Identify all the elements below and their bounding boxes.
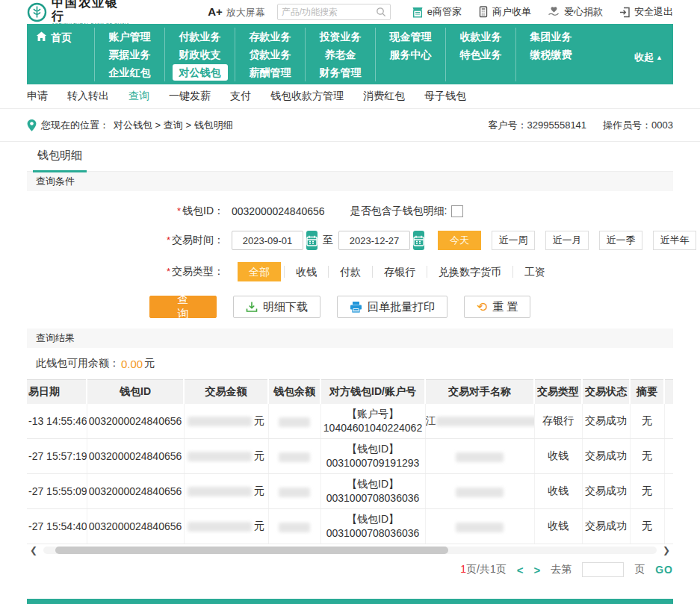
quick-range-chip[interactable]: 今天 <box>438 231 481 250</box>
column-header: 交易金额 <box>184 380 268 404</box>
quick-link-pos[interactable]: 商户收单 <box>478 5 531 19</box>
cell-date: -27 15:55:09 <box>27 474 87 509</box>
date-from-input[interactable] <box>232 231 303 250</box>
quick-range-chip[interactable]: 近一周 <box>492 231 535 250</box>
subnav-item[interactable]: 一键发薪 <box>169 90 211 103</box>
redacted-balance <box>279 452 310 462</box>
quick-range-chip[interactable]: 近半年 <box>653 231 696 250</box>
scrollbar-thumb[interactable] <box>55 547 447 554</box>
transaction-type-option[interactable]: 工资 <box>512 266 557 278</box>
nav-item[interactable]: 企业红包 <box>108 63 152 81</box>
table-row[interactable]: -27 15:54:400032000024840656元【钱包ID】00310… <box>27 509 673 544</box>
cell-status: 交易成功 <box>582 404 630 439</box>
quick-range-chip[interactable]: 近一季 <box>599 231 642 250</box>
cell-summary: 无 <box>630 474 664 509</box>
transaction-type-option[interactable]: 收钱 <box>284 266 328 278</box>
cell-amount: 元 <box>184 404 268 439</box>
subnav-item[interactable]: 申请 <box>27 90 48 103</box>
transaction-type-option[interactable]: 付款 <box>328 266 372 278</box>
batch-print-receipt-button[interactable]: 回单批量打印 <box>337 296 447 318</box>
transaction-type-option[interactable]: 全部 <box>238 262 281 281</box>
heart-hand-icon <box>548 6 560 18</box>
date-from-calendar-icon[interactable] <box>306 231 318 250</box>
subnav-item[interactable]: 支付 <box>230 90 251 103</box>
zoom-screen-control[interactable]: A+ 放大屏幕 <box>208 5 265 19</box>
operator-no: 操作员号：0003 <box>603 119 673 132</box>
quick-link-logout[interactable]: 安全退出 <box>619 5 673 19</box>
search-icon[interactable] <box>376 7 386 17</box>
tab-wallet-detail[interactable]: 钱包明细 <box>33 149 87 172</box>
search-input[interactable] <box>282 7 376 17</box>
goto-page-input[interactable] <box>582 562 624 577</box>
cell-summary: 无 <box>630 404 664 439</box>
query-button[interactable]: 查 询 <box>149 296 217 318</box>
nav-item[interactable]: 存款业务 <box>248 28 293 46</box>
quick-range-chip[interactable]: 近一月 <box>545 231 589 250</box>
nav-item[interactable]: 付款业务 <box>178 28 223 46</box>
cell-status: 交易成功 <box>582 439 630 474</box>
nav-item[interactable]: 财政收支 <box>178 46 223 63</box>
transaction-type-option[interactable]: 存银行 <box>372 266 427 278</box>
scroll-right-icon[interactable]: ❯ <box>660 545 673 555</box>
nav-item[interactable]: 养老金 <box>323 46 358 63</box>
table-row[interactable]: -13 14:55:460032000024840656元【账户号】104046… <box>27 404 673 439</box>
nav-item[interactable]: 集团业务 <box>529 28 574 46</box>
nav-item[interactable]: 票据业务 <box>108 46 152 63</box>
goto-page-label: 去第 <box>551 563 572 576</box>
nav-item[interactable]: 账户管理 <box>108 28 152 46</box>
collapse-menu-button[interactable]: 收起 ▲ <box>634 51 663 64</box>
reset-button[interactable]: ⟲ 重 置 <box>464 296 530 318</box>
transaction-type-option[interactable]: 兑换数字货币 <box>427 266 512 278</box>
redacted-balance <box>279 488 310 497</box>
include-subwallet-checkbox[interactable] <box>451 205 463 217</box>
next-page-icon[interactable]: > <box>533 564 540 576</box>
zoom-screen-label: 放大屏幕 <box>226 6 265 19</box>
nav-item[interactable]: 服务中心 <box>388 46 433 63</box>
mainnav-column: 投资业务养老金财务管理 <box>305 28 375 81</box>
column-header: 交易状态 <box>582 380 630 404</box>
prev-page-icon[interactable]: < <box>517 564 524 576</box>
cell-filler <box>664 509 673 544</box>
nav-item[interactable]: 薪酬管理 <box>248 63 293 81</box>
scroll-left-icon[interactable]: ❮ <box>27 545 40 555</box>
nav-item-home[interactable]: 首页 <box>36 28 94 81</box>
nav-item[interactable]: 财务管理 <box>318 63 363 81</box>
scrollbar-track[interactable] <box>43 547 657 554</box>
subnav-item[interactable]: 转入转出 <box>67 90 109 103</box>
product-search-box[interactable] <box>277 4 391 20</box>
cell-status: 交易成功 <box>582 474 630 509</box>
counterparty-tag: 【钱包ID】 <box>321 512 425 526</box>
date-to-input[interactable] <box>338 231 410 250</box>
subnav-item[interactable]: 消费红包 <box>363 90 405 103</box>
column-header: 钱包余额 <box>268 380 320 404</box>
nav-item[interactable]: 现金管理 <box>388 28 433 46</box>
nav-item[interactable]: 缴税缴费 <box>529 46 574 63</box>
cell-filler <box>664 474 673 509</box>
transaction-type-row: *交易类型： 全部收钱付款存银行兑换数字货币工资 <box>27 257 673 287</box>
quick-link-storefront[interactable]: e商管家 <box>412 5 462 19</box>
nav-item[interactable]: 投资业务 <box>318 28 363 46</box>
quick-link-heart-hand[interactable]: 爱心捐款 <box>548 5 603 19</box>
redacted-name <box>456 452 504 462</box>
main-nav: 首页 账户管理票据业务企业红包付款业务财政收支对公钱包存款业务贷款业务薪酬管理投… <box>27 24 673 84</box>
nav-item[interactable]: 贷款业务 <box>248 46 293 63</box>
mainnav-column: 存款业务贷款业务薪酬管理 <box>235 28 305 81</box>
subnav-item[interactable]: 母子钱包 <box>424 90 466 103</box>
redacted-balance <box>279 417 310 427</box>
cell-counterparty-id: 【钱包ID】0031000708036036 <box>320 509 425 544</box>
go-button[interactable]: GO <box>655 564 673 576</box>
wallet-id-value: 0032000024840656 <box>232 205 325 217</box>
subnav-item[interactable]: 查询 <box>128 90 149 103</box>
subnav-item[interactable]: 钱包收款方管理 <box>270 90 344 103</box>
download-detail-button[interactable]: 明细下载 <box>233 296 320 318</box>
table-row[interactable]: -27 15:57:190032000024840656元【钱包ID】00310… <box>27 439 673 474</box>
nav-item[interactable]: 特色业务 <box>459 46 504 63</box>
footer-bar <box>27 599 673 604</box>
cell-type: 收钱 <box>534 474 582 509</box>
breadcrumb: 您现在的位置： 对公钱包 > 查询 > 钱包明细 <box>27 119 233 132</box>
nav-item[interactable]: 对公钱包 <box>173 64 228 81</box>
nav-item[interactable]: 收款业务 <box>459 28 504 46</box>
date-to-calendar-icon[interactable] <box>413 231 424 250</box>
required-asterisk: * <box>167 234 170 246</box>
table-row[interactable]: -27 15:55:090032000024840656元【钱包ID】00310… <box>27 474 673 509</box>
